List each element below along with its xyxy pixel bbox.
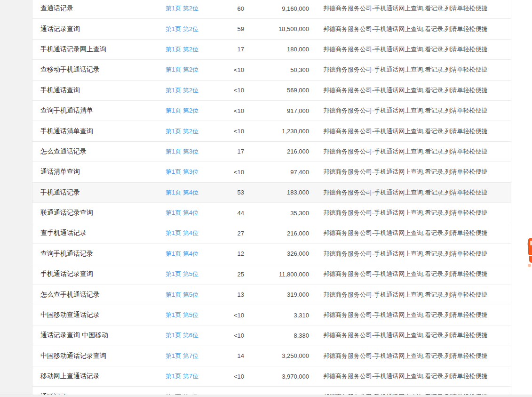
count-cell: 27 [213,230,244,237]
rank-link[interactable]: 第1页 第4位 [166,229,213,237]
volume-cell: 183,000 [244,189,309,196]
rank-link[interactable]: 第1页 第2位 [166,45,213,54]
rank-link[interactable]: 第1页 第2位 [166,65,213,74]
promo-box-icon [528,238,532,255]
rank-link[interactable]: 第1页 第3位 [166,147,213,156]
count-cell: <10 [213,87,244,94]
table-row: 怎么查手机通话记录第1页 第5位13319,000邦德商务服务公司-手机通话网上… [32,284,511,305]
volume-cell: 8,380 [244,332,309,339]
title-cell: 邦德商务服务公司-手机通话网上查询,看记录,列清单轻松便捷 [323,86,511,95]
keyword-table: 查通话记录第1页 第2位609,160,000邦德商务服务公司-手机通话网上查询… [32,0,511,397]
keyword-cell: 联通通话记录查询 [40,209,166,217]
title-cell: 邦德商务服务公司-手机通话网上查询,看记录,列清单轻松便捷 [323,270,511,278]
table-row: 通话记录查询 中国移动第1页 第6位<108,380邦德商务服务公司-手机通话网… [32,325,511,346]
rank-link[interactable]: 第1页 第2位 [166,25,213,33]
volume-cell: 3,310 [244,312,309,319]
title-cell: 邦德商务服务公司-手机通话网上查询,看记录,列清单轻松便捷 [323,4,511,13]
count-cell: <10 [213,128,244,135]
volume-cell: 1,230,000 [244,128,309,135]
title-cell: 邦德商务服务公司-手机通话网上查询,看记录,列清单轻松便捷 [323,188,511,197]
rank-link[interactable]: 第1页 第4位 [166,188,213,197]
volume-cell: 216,000 [244,230,309,237]
volume-cell: 18,500,000 [244,25,309,32]
volume-cell: 180,000 [244,46,309,53]
count-cell: <10 [213,332,244,339]
title-cell: 邦德商务服务公司-手机通话网上查询,看记录,列清单轻松便捷 [323,127,511,136]
table-row: 怎么查通话记录第1页 第3位17216,000邦德商务服务公司-手机通话网上查询… [32,142,511,162]
promo-tail [529,256,532,263]
keyword-cell: 手机通话记录查询 [40,270,166,278]
keyword-cell: 中国移动通话记录查询 [40,352,166,360]
table-row: 查通话记录第1页 第2位609,160,000邦德商务服务公司-手机通话网上查询… [32,0,511,19]
table-row: 查手机通话记录第1页 第4位27216,000邦德商务服务公司-手机通话网上查询… [32,223,511,243]
count-cell: 59 [213,25,244,32]
count-cell: <10 [213,107,244,114]
rank-link[interactable]: 第1页 第2位 [166,4,213,13]
rank-link[interactable]: 第1页 第2位 [166,127,213,136]
title-cell: 邦德商务服务公司-手机通话网上查询,看记录,列清单轻松便捷 [323,65,511,74]
table-row: 通话记录查询第1页 第2位5918,500,000邦德商务服务公司-手机通话网上… [32,19,511,39]
title-cell: 邦德商务服务公司-手机通话网上查询,看记录,列清单轻松便捷 [323,25,511,33]
volume-cell: 569,000 [244,87,309,94]
rank-link[interactable]: 第1页 第4位 [166,250,213,258]
table-row: 手机通话记录查询第1页 第5位2511,800,000邦德商务服务公司-手机通话… [32,264,511,284]
volume-cell: 50,300 [244,66,309,73]
table-row: 中国移动查通话记录第1页 第5位<103,310邦德商务服务公司-手机通话网上查… [32,305,511,325]
rank-link[interactable]: 第1页 第4位 [166,209,213,217]
keyword-cell: 中国移动查通话记录 [40,311,166,319]
table-row: 移动网上查通话记录第1页 第7位<103,970,000邦德商务服务公司-手机通… [32,366,511,387]
volume-cell: 9,160,000 [244,5,309,12]
volume-cell: 97,400 [244,169,309,176]
count-cell: 17 [213,46,244,53]
title-cell: 邦德商务服务公司-手机通话网上查询,看记录,列清单轻松便捷 [323,250,511,258]
volume-cell: 326,000 [244,250,309,257]
volume-cell: 319,000 [244,291,309,298]
volume-cell: 3,970,000 [244,373,309,380]
rank-link[interactable]: 第1页 第3位 [166,168,213,176]
rank-link[interactable]: 第1页 第7位 [166,352,213,360]
volume-cell: 35,300 [244,210,309,217]
count-cell: 53 [213,189,244,196]
keyword-cell: 查询手机通话记录 [40,250,166,258]
table-row: 中国移动通话记录查询第1页 第7位143,250,000邦德商务服务公司-手机通… [32,346,511,366]
table-row: 手机通话记录第1页 第4位53183,000邦德商务服务公司-手机通话网上查询,… [32,183,511,203]
keyword-cell: 怎么查手机通话记录 [40,291,166,299]
keyword-cell: 手机通话记录 [40,188,166,197]
keyword-cell: 查移动手机通话记录 [40,65,166,74]
horizontal-scrollbar[interactable] [0,395,532,397]
title-cell: 邦德商务服务公司-手机通话网上查询,看记录,列清单轻松便捷 [323,229,511,237]
floating-promo-icon[interactable] [527,237,532,267]
count-cell: <10 [213,66,244,73]
title-cell: 邦德商务服务公司-手机通话网上查询,看记录,列清单轻松便捷 [323,352,511,360]
count-cell: <10 [213,312,244,319]
left-gutter [0,0,32,397]
title-cell: 邦德商务服务公司-手机通话网上查询,看记录,列清单轻松便捷 [323,311,511,319]
keyword-cell: 通话清单查询 [40,168,166,176]
title-cell: 邦德商务服务公司-手机通话网上查询,看记录,列清单轻松便捷 [323,331,511,340]
rank-link[interactable]: 第1页 第5位 [166,291,213,299]
keyword-cell: 手机通话记录网上查询 [40,45,166,54]
keyword-cell: 查通话记录 [40,4,166,13]
keyword-cell: 手机通话清单查询 [40,127,166,136]
count-cell: <10 [213,373,244,380]
table-row: 手机通话清单查询第1页 第2位<101,230,000邦德商务服务公司-手机通话… [32,121,511,141]
count-cell: <10 [213,169,244,176]
table-row: 查询手机通话清单第1页 第2位<10917,000邦德商务服务公司-手机通话网上… [32,101,511,121]
rank-link[interactable]: 第1页 第7位 [166,372,213,381]
title-cell: 邦德商务服务公司-手机通话网上查询,看记录,列清单轻松便捷 [323,168,511,176]
count-cell: 44 [213,210,244,217]
table-row: 通话清单查询第1页 第3位<1097,400邦德商务服务公司-手机通话网上查询,… [32,162,511,182]
table-row: 手机通话查询第1页 第2位<10569,000邦德商务服务公司-手机通话网上查询… [32,81,511,101]
rank-link[interactable]: 第1页 第6位 [166,331,213,340]
rank-link[interactable]: 第1页 第2位 [166,106,213,115]
keyword-cell: 通话记录查询 中国移动 [40,331,166,340]
table-row: 查询手机通话记录第1页 第4位12326,000邦德商务服务公司-手机通话网上查… [32,244,511,264]
title-cell: 邦德商务服务公司-手机通话网上查询,看记录,列清单轻松便捷 [323,209,511,217]
keyword-cell: 手机通话查询 [40,86,166,95]
rank-link[interactable]: 第1页 第5位 [166,270,213,278]
rank-link[interactable]: 第1页 第2位 [166,86,213,95]
rank-link[interactable]: 第1页 第5位 [166,311,213,319]
keyword-cell: 通话记录查询 [40,25,166,33]
title-cell: 邦德商务服务公司-手机通话网上查询,看记录,列清单轻松便捷 [323,45,511,54]
keyword-cell: 查询手机通话清单 [40,106,166,115]
